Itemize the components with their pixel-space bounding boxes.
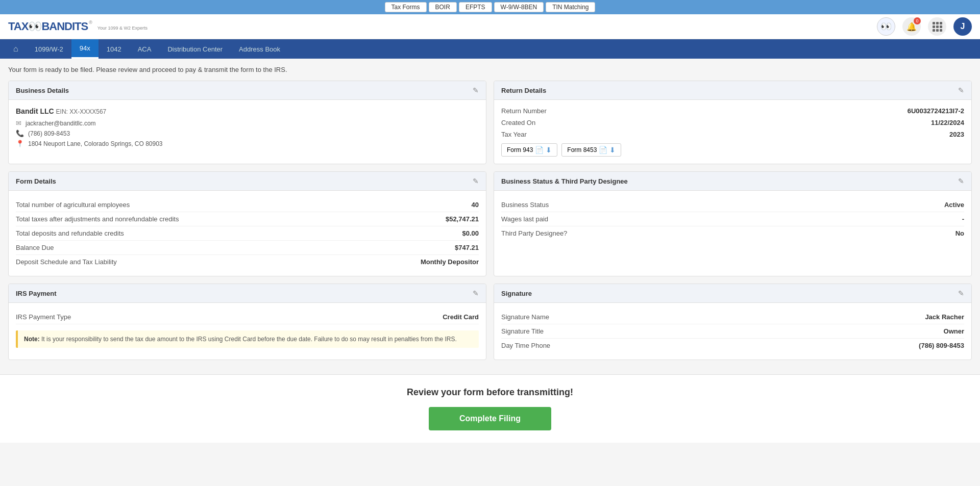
sig-row-1: Signature Title Owner: [501, 324, 964, 339]
form-row-3: Balance Due $747.21: [16, 241, 479, 255]
business-address: 1804 Neuport Lane, Colorado Springs, CO …: [28, 140, 163, 147]
bottom-section: Review your form before transmitting! Co…: [0, 374, 980, 443]
form-details-edit-icon[interactable]: ✎: [473, 177, 479, 185]
tax-year-label: Tax Year: [501, 131, 527, 138]
return-number-row: Return Number 6U0032724213I7-2: [501, 107, 964, 115]
notification-badge: 0: [914, 17, 921, 24]
bs-row-1: Wages last paid -: [501, 212, 964, 226]
form-label-3: Balance Due: [16, 244, 54, 251]
top-nav-efpts[interactable]: EFPTS: [459, 2, 492, 12]
nav-distribution[interactable]: Distribution Center: [159, 40, 231, 58]
irs-payment-type-row: IRS Payment Type Credit Card: [16, 310, 479, 324]
irs-payment-card: IRS Payment ✎ IRS Payment Type Credit Ca…: [8, 284, 486, 360]
business-details-title: Business Details: [16, 87, 69, 94]
nav-distribution-label: Distribution Center: [167, 45, 223, 53]
nav-home[interactable]: ⌂: [5, 39, 27, 59]
bs-label-1: Wages last paid: [501, 215, 548, 223]
sig-label-0: Signature Name: [501, 313, 549, 321]
user-avatar[interactable]: J: [953, 17, 972, 36]
sig-value-1: Owner: [944, 327, 964, 335]
business-status-title: Business Status & Third Party Designee: [501, 177, 628, 185]
bs-label-2: Third Party Designee?: [501, 229, 567, 237]
business-details-header: Business Details ✎: [9, 81, 486, 100]
grid-menu-btn[interactable]: [928, 17, 946, 36]
form-8453-label: Form 8453: [567, 146, 597, 154]
assistant-icon-btn[interactable]: 👀: [877, 17, 895, 36]
form-buttons: Form 943 📄 ⬇ Form 8453 📄 ⬇: [501, 143, 964, 157]
logo-subtitle: Your 1099 & W2 Experts: [97, 25, 148, 31]
nav-aca[interactable]: ACA: [130, 40, 160, 58]
business-status-edit-icon[interactable]: ✎: [958, 177, 964, 185]
main-navigation: ⌂ 1099/W-2 94x 1042 ACA Distribution Cen…: [0, 39, 980, 59]
form-943-label: Form 943: [507, 146, 533, 154]
review-title: Review your form before transmitting!: [8, 387, 972, 398]
form-value-1: $52,747.21: [446, 215, 479, 223]
irs-payment-note: Note: It is your responsibility to send …: [16, 330, 479, 348]
return-details-title: Return Details: [501, 87, 546, 94]
nav-1042-label: 1042: [107, 45, 121, 53]
return-details-edit-icon[interactable]: ✎: [958, 86, 964, 94]
complete-filing-button[interactable]: Complete Filing: [429, 407, 551, 430]
business-email-row: ✉ jackracher@banditllc.com: [16, 119, 479, 127]
business-address-row: 📍 1804 Neuport Lane, Colorado Springs, C…: [16, 140, 479, 147]
top-navigation: Tax Forms BOIR EFPTS W-9/W-8BEN TIN Matc…: [0, 0, 980, 14]
signature-title: Signature: [501, 290, 532, 297]
signature-edit-icon[interactable]: ✎: [958, 289, 964, 297]
signature-header: Signature ✎: [494, 284, 971, 303]
bs-row-0: Business Status Active: [501, 198, 964, 212]
sig-label-2: Day Time Phone: [501, 342, 550, 349]
phone-icon: 📞: [16, 130, 24, 137]
business-phone: (786) 809-8453: [28, 130, 70, 137]
nav-94x-label: 94x: [80, 44, 90, 52]
business-details-edit-icon[interactable]: ✎: [473, 86, 479, 94]
business-status-card: Business Status & Third Party Designee ✎…: [494, 171, 972, 276]
business-ein: EIN: XX-XXXX567: [56, 108, 107, 115]
form-943-btn[interactable]: Form 943 📄 ⬇: [501, 143, 557, 157]
created-on-value: 11/22/2024: [931, 119, 964, 126]
form-943-pdf-icon: 📄: [535, 146, 544, 154]
tax-year-row: Tax Year 2023: [501, 131, 964, 138]
business-name: Bandit LLC EIN: XX-XXXX567: [16, 107, 479, 115]
form-row-2: Total deposits and refundable credits $0…: [16, 226, 479, 241]
form-943-download-icon: ⬇: [546, 146, 552, 154]
form-value-0: 40: [472, 201, 479, 209]
form-8453-btn[interactable]: Form 8453 📄 ⬇: [561, 143, 621, 157]
form-label-2: Total deposits and refundable credits: [16, 229, 124, 237]
irs-payment-title: IRS Payment: [16, 290, 56, 297]
logo-text: TAX👀BANDITS: [8, 20, 88, 33]
location-icon: 📍: [16, 140, 24, 147]
business-status-header: Business Status & Third Party Designee ✎: [494, 172, 971, 191]
created-on-label: Created On: [501, 119, 535, 126]
nav-aca-label: ACA: [138, 45, 152, 53]
signature-card: Signature ✎ Signature Name Jack Racher S…: [494, 284, 972, 360]
nav-1099w2[interactable]: 1099/W-2: [27, 40, 71, 58]
page-content: Your form is ready to be filed. Please r…: [0, 59, 980, 374]
irs-payment-edit-icon[interactable]: ✎: [473, 289, 479, 297]
top-nav-tin[interactable]: TIN Matching: [546, 2, 595, 12]
top-nav-w9[interactable]: W-9/W-8BEN: [494, 2, 544, 12]
bs-value-2: No: [955, 229, 964, 237]
business-email: jackracher@banditllc.com: [26, 120, 96, 127]
top-nav-taxforms[interactable]: Tax Forms: [385, 2, 427, 12]
irs-payment-header: IRS Payment ✎: [9, 284, 486, 303]
business-phone-row: 📞 (786) 809-8453: [16, 130, 479, 137]
form-row-0: Total number of agricultural employees 4…: [16, 198, 479, 212]
irs-payment-type-value: Credit Card: [443, 313, 479, 321]
created-on-row: Created On 11/22/2024: [501, 119, 964, 126]
notification-btn[interactable]: 🔔 0: [902, 17, 921, 36]
bs-label-0: Business Status: [501, 201, 549, 209]
form-row-1: Total taxes after adjustments and nonref…: [16, 212, 479, 226]
nav-1042[interactable]: 1042: [99, 40, 130, 58]
form-label-4: Deposit Schedule and Tax Liability: [16, 258, 117, 266]
nav-94x[interactable]: 94x: [71, 39, 99, 59]
bs-value-0: Active: [944, 201, 964, 209]
top-nav-boir[interactable]: BOIR: [429, 2, 457, 12]
logo: TAX👀BANDITS ®: [8, 20, 92, 33]
sig-row-2: Day Time Phone (786) 809-8453: [501, 339, 964, 352]
return-details-body: Return Number 6U0032724213I7-2 Created O…: [494, 100, 971, 164]
business-status-body: Business Status Active Wages last paid -…: [494, 191, 971, 247]
form-8453-download-icon: ⬇: [609, 146, 616, 154]
irs-payment-body: IRS Payment Type Credit Card Note: It is…: [9, 303, 486, 355]
form-label-1: Total taxes after adjustments and nonref…: [16, 215, 179, 223]
nav-addressbook[interactable]: Address Book: [231, 40, 288, 58]
